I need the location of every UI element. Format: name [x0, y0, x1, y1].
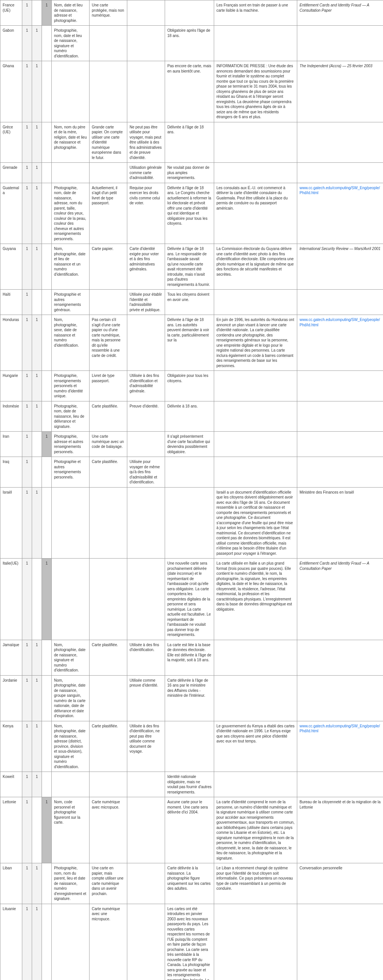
use-cell: Utilisée à des fins d'identification.	[127, 640, 165, 675]
col2-cell: 1	[32, 863, 42, 904]
country-cell: Israël	[0, 487, 22, 558]
info-cell: Photographie et autres renseignements pe…	[52, 457, 89, 488]
info-cell: Photographie, adresse et autres renseign…	[52, 432, 89, 457]
col1-cell: 1	[22, 61, 32, 123]
details-cell: La carte d'identité comprend le nom de l…	[214, 797, 297, 863]
use-cell	[127, 0, 165, 26]
col3-cell	[42, 904, 52, 980]
details-cell: Israël a un document d'identification of…	[214, 487, 297, 558]
col1-cell: 1	[22, 863, 32, 904]
source-cell: www.cc.gatech.edu/computing/SW_Eng/peopl…	[297, 315, 383, 371]
table-row: Iraq1Photographie et autres renseignemen…	[0, 457, 383, 488]
table-row: Lituanie11Carte numérique avec une micro…	[0, 904, 383, 980]
col2-cell: 1	[32, 61, 42, 123]
table-row: Haïti1Photographie et autres renseigneme…	[0, 290, 383, 315]
details-cell: Les consulats aux É.-U. ont commencé à d…	[214, 183, 297, 244]
format-cell: Grande carte papier. On compte utiliser …	[89, 122, 127, 163]
cond-cell: Les cartes ont été introduites en janvie…	[165, 904, 214, 980]
use-cell: Utilisation générale comme carte d'admis…	[127, 163, 165, 183]
use-cell: Utilisée comme preuve d'identité.	[127, 675, 165, 721]
format-cell: Pas certain s'il s'agit d'une carte papi…	[89, 315, 127, 371]
col3-cell	[42, 401, 52, 432]
format-cell: Une carte numérique avec un code de bala…	[89, 432, 127, 457]
use-cell: Ne peut pas être utilisée pour voyager, …	[127, 122, 165, 163]
info-cell	[52, 163, 89, 183]
col1-cell: 1	[22, 315, 32, 371]
col3-cell	[42, 772, 52, 797]
use-cell	[127, 432, 165, 457]
table-row: Gabon11Photographie, nom, date et lieu d…	[0, 26, 383, 61]
col1-cell: 1	[22, 797, 32, 863]
source-cell: Entitlement Cards and Identity Fraud — A…	[297, 0, 383, 26]
col2-cell: 1	[32, 640, 42, 675]
col2-cell	[32, 0, 42, 26]
col1-cell: 1	[22, 457, 32, 488]
details-cell: Le Liban a récemment changé de système p…	[214, 863, 297, 904]
col1-cell: 1	[22, 558, 32, 640]
col1-cell: 1	[22, 772, 32, 797]
details-cell	[214, 371, 297, 401]
col3-cell	[42, 315, 52, 371]
format-cell: Carte numérique avec une micropuce.	[89, 904, 127, 980]
table-row: Jamaïque11Nom, photographie, date de nai…	[0, 640, 383, 675]
col3-cell: 1	[42, 797, 52, 863]
use-cell	[127, 863, 165, 904]
col2-cell	[32, 432, 42, 457]
col1-cell: 1	[22, 487, 32, 558]
use-cell: Requise pour exercer les droits civils c…	[127, 183, 165, 244]
table-row: Indonésie11Photographie, nom, date de na…	[0, 401, 383, 432]
info-cell: Photographie, nom, nom du parent, lieu e…	[52, 863, 89, 904]
source-cell: Entitlement Cards and Identity Fraud — A…	[297, 558, 383, 640]
table-row: Liban11Photographie, nom, nom du parent,…	[0, 863, 383, 904]
table-row: Ghana11Pas encore de carte, mais en aura…	[0, 61, 383, 123]
format-cell	[89, 772, 127, 797]
use-cell: Utilisée à des fins d'identification et …	[127, 371, 165, 401]
use-cell: Utilisée à des fins d'identification, ne…	[127, 721, 165, 772]
col1-cell: 1	[22, 244, 32, 290]
table-row: Iran11Photographie, adresse et autres re…	[0, 432, 383, 457]
cond-cell: Pas encore de carte, mais en aura bientô…	[165, 61, 214, 123]
country-cell: Kenya	[0, 721, 22, 772]
table-row: France (UE)11Nom, date et lieu de naissa…	[0, 0, 383, 26]
details-cell: INFORMATION DE PRESSE : Une étude des an…	[214, 61, 297, 123]
cond-cell: Délivrée à 18 ans.	[165, 401, 214, 432]
table-row: Koweït11Identité nationale obligatoire, …	[0, 772, 383, 797]
source-cell: International Security Review — Mars/Avr…	[297, 244, 383, 290]
col1-cell: 1	[22, 183, 32, 244]
format-cell	[89, 163, 127, 183]
col3-cell	[42, 122, 52, 163]
source-cell: Bureau de la citoyenneté et de la migrat…	[297, 797, 383, 863]
use-cell	[127, 797, 165, 863]
col3-cell	[42, 61, 52, 123]
cond-cell: Carte délivrée à l'âge de 16 ans par le …	[165, 675, 214, 721]
cond-cell	[165, 0, 214, 26]
col3-cell	[42, 457, 52, 488]
use-cell: Preuve d'identité.	[127, 401, 165, 432]
col3-cell	[42, 26, 52, 61]
cond-cell: Ne voulait pas donner de plus amples ren…	[165, 163, 214, 183]
use-cell: Utilisée pour établir l'identité et l'ad…	[127, 290, 165, 315]
format-cell: Carte plastifiée.	[89, 721, 127, 772]
use-cell	[127, 772, 165, 797]
col2-cell	[32, 457, 42, 488]
country-cell: Italie(UE)	[0, 558, 22, 640]
source-cell	[297, 371, 383, 401]
country-cell: Grenade	[0, 163, 22, 183]
country-cell: Guatemala	[0, 183, 22, 244]
country-cell: Koweït	[0, 772, 22, 797]
col1-cell: 1	[22, 122, 32, 163]
source-cell: Conversation personnelle	[297, 863, 383, 904]
cond-cell: La carte est liée à la base de données é…	[165, 640, 214, 675]
country-cell: Lituanie	[0, 904, 22, 980]
country-cell: Hungarie	[0, 371, 22, 401]
col2-cell: 1	[32, 401, 42, 432]
info-cell: Nom, photographie, date de naissance, ad…	[52, 721, 89, 772]
source-cell	[297, 401, 383, 432]
table-row: Honduras11Nom, photographie, sexe, date …	[0, 315, 383, 371]
use-cell	[127, 904, 165, 980]
details-cell	[214, 290, 297, 315]
country-cell: Lettonie	[0, 797, 22, 863]
use-cell	[127, 558, 165, 640]
table-row: Italie(UE)11Une nouvelle carte sera proc…	[0, 558, 383, 640]
col2-cell: 1	[32, 371, 42, 401]
